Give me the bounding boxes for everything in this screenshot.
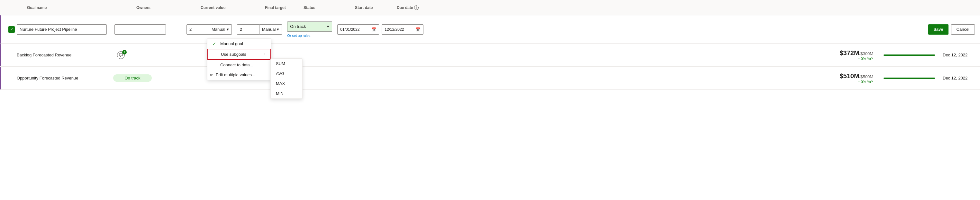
submenu-item-max[interactable]: MAX	[271, 79, 302, 88]
status-group: On track ▾ Or set up rules	[287, 22, 332, 38]
header-status: Status	[304, 5, 355, 10]
row-2-progress-fill	[883, 77, 935, 79]
header-row: Goal name Owners Current value Final tar…	[0, 0, 980, 16]
header-current-value: Current value	[200, 5, 265, 10]
goals-container: Goal name Owners Current value Final tar…	[0, 0, 980, 200]
row-2-due-date: Dec 12, 2022	[943, 76, 975, 80]
menu-connect-data-label: Connect to data...	[220, 63, 253, 67]
submenu-item-avg[interactable]: AVG	[271, 69, 302, 79]
menu-item-connect-data[interactable]: Connect to data...	[207, 60, 271, 70]
submenu-item-min[interactable]: MIN	[271, 88, 302, 98]
checkbox-area: ✓	[6, 26, 17, 33]
row-1-due-date: Dec 12, 2022	[943, 53, 975, 57]
menu-item-manual-goal[interactable]: ✓ Manual goal	[207, 39, 271, 49]
row-1-progress-fill	[883, 55, 935, 56]
checked-checkbox[interactable]: ✓	[8, 26, 15, 33]
current-value-inputs: Manual ▾	[186, 24, 232, 35]
header-goal-name: Goal name	[27, 5, 136, 10]
header-start-date: Start date	[355, 5, 397, 10]
start-date-group: 01/01/2022 📅	[337, 24, 379, 35]
row-1-name: Backlog Forecasted Revenue	[17, 53, 113, 57]
owners-input[interactable]	[115, 24, 166, 35]
due-date-group: 12/12/2022 📅	[382, 24, 423, 35]
row-1-yoy: ↑ 0% YoY	[815, 57, 873, 61]
final-target-dropdown-arrow: ▾	[277, 27, 279, 32]
row-2-target: /$500M	[859, 74, 873, 79]
row-border-1	[0, 44, 1, 66]
checkmark-icon: ✓	[213, 41, 218, 46]
header-owners: Owners	[136, 5, 200, 10]
due-date-info-icon: i	[414, 5, 418, 10]
row-2-big-value: $510M	[840, 72, 859, 79]
final-target-group: Manual ▾	[237, 24, 282, 35]
header-final-target: Final target	[265, 5, 304, 10]
header-due-date: Due date i	[397, 5, 439, 10]
submenu-item-sum[interactable]: SUM	[271, 59, 302, 69]
status-dropdown[interactable]: On track ▾	[287, 22, 332, 32]
subgoals-submenu: SUM AVG MAX MIN	[270, 58, 302, 99]
row-1-progress-track	[883, 55, 935, 56]
status-label: On track	[290, 24, 306, 29]
menu-item-edit-multiple[interactable]: ✏ Edit multiple values...	[207, 70, 271, 80]
due-date-value: 12/12/2022	[385, 27, 404, 32]
comment-count-1: 1	[122, 50, 127, 55]
row-2-value-display: $510M/$500M ↑ 0% YoY	[815, 72, 873, 83]
row-1-target: /$300M	[859, 51, 873, 56]
menu-item-use-subgoals[interactable]: Use subgoals › SUM AVG MAX MIN	[207, 49, 271, 60]
current-method-dropdown[interactable]: Manual ▾	[209, 24, 232, 35]
row-1-progress-bar	[883, 55, 935, 56]
row-2-status-pill: On track	[113, 74, 152, 82]
row-1-value-display: $372M/$300M ↑ 0% YoY	[815, 49, 873, 61]
current-value-input[interactable]	[186, 24, 209, 35]
row-2-name: Opportunity Forecasted Revenue	[17, 76, 113, 80]
goal-name-input[interactable]	[17, 24, 107, 35]
final-target-dropdown[interactable]: Manual ▾	[259, 24, 282, 35]
row-1-comment-badge[interactable]: 1	[117, 51, 125, 59]
edit-row: ✓ Manual ▾	[0, 16, 980, 44]
final-target-inputs: Manual ▾	[237, 24, 282, 35]
save-button[interactable]: Save	[928, 24, 948, 35]
current-value-group: Manual ▾	[186, 24, 232, 35]
current-method-label: Manual	[212, 27, 225, 32]
submenu-arrow-icon: ›	[264, 53, 265, 56]
due-date-calendar-icon: 📅	[416, 27, 420, 32]
final-target-method-label: Manual	[262, 27, 276, 32]
goal-name-group	[17, 24, 107, 35]
menu-manual-goal-label: Manual goal	[220, 41, 243, 46]
due-date-input[interactable]: 12/12/2022 📅	[382, 24, 423, 35]
menu-edit-multiple-label: Edit multiple values...	[216, 72, 255, 77]
menu-use-subgoals-label: Use subgoals	[221, 52, 246, 57]
row-1-big-value: $372M	[840, 49, 859, 57]
action-buttons: Save Cancel	[928, 24, 975, 35]
final-target-input[interactable]	[237, 24, 259, 35]
status-dropdown-arrow: ▾	[327, 24, 329, 29]
data-row-2: Opportunity Forecasted Revenue On track …	[0, 67, 980, 90]
row-2-yoy: ↑ 0% YoY	[815, 80, 873, 83]
owners-group	[115, 24, 179, 35]
check-icon-mark: ✓	[10, 27, 13, 31]
start-date-calendar-icon: 📅	[371, 27, 376, 32]
pencil-icon: ✏	[210, 73, 213, 77]
row-2-progress-bar	[883, 77, 935, 79]
current-dropdown-arrow: ▾	[227, 27, 229, 32]
start-date-input[interactable]: 01/01/2022 📅	[337, 24, 379, 35]
data-row-1: Backlog Forecasted Revenue 1 $372M/$300M…	[0, 44, 980, 67]
cancel-button[interactable]: Cancel	[951, 24, 975, 35]
start-date-value: 01/01/2022	[340, 27, 360, 32]
dropdown-menu: ✓ Manual goal Use subgoals › SUM AVG MAX…	[207, 38, 271, 80]
row-border-2	[0, 67, 1, 90]
row-2-progress-track	[883, 77, 935, 79]
set-up-rules-link[interactable]: Or set up rules	[287, 34, 332, 38]
